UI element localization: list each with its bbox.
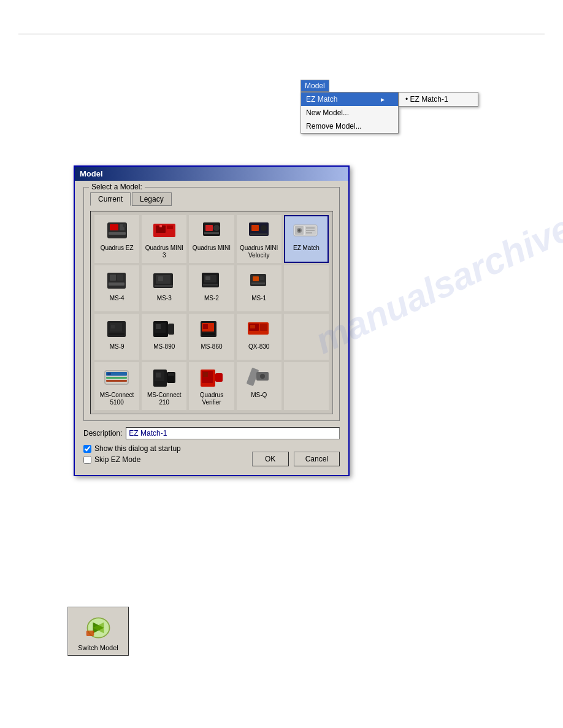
svg-rect-7 — [167, 226, 173, 229]
svg-rect-70 — [215, 373, 223, 382]
ms-860-svg — [198, 319, 225, 341]
model-item-placeholder2 — [284, 314, 329, 360]
model-item-ms-1[interactable]: MS-1 — [237, 265, 282, 311]
model-item-quadrus-ez[interactable]: Quadrus EZ — [94, 215, 139, 263]
menu-item-new-model-label: New Model... — [306, 108, 349, 117]
svg-rect-23 — [306, 230, 315, 231]
quadrus-mini-velocity-svg — [245, 220, 272, 242]
svg-rect-31 — [158, 276, 163, 281]
model-label-ms-2: MS-2 — [204, 295, 219, 302]
svg-rect-12 — [204, 232, 219, 234]
svg-rect-26 — [110, 275, 116, 281]
ms-connect-5100-icon — [102, 366, 132, 390]
ez-match-icon — [291, 219, 321, 243]
menu-item-ez-match-label: EZ Match — [306, 95, 337, 104]
model-item-quadrus-verifier[interactable]: Quadrus Verifier — [189, 362, 234, 410]
svg-rect-44 — [111, 325, 115, 328]
description-input[interactable] — [126, 427, 340, 439]
svg-rect-14 — [251, 225, 259, 231]
ms-4-svg — [104, 270, 131, 292]
show-dialog-checkbox[interactable] — [83, 445, 91, 453]
model-item-ms-q[interactable]: MS-Q — [237, 362, 282, 410]
svg-rect-1 — [110, 224, 118, 230]
dialog-body: Select a Model: Current Legacy — [75, 181, 348, 475]
quadrus-verifier-icon — [197, 366, 226, 390]
model-item-ms-9[interactable]: MS-9 — [94, 314, 139, 360]
skip-ez-label: Skip EZ Mode — [94, 455, 140, 464]
svg-rect-27 — [117, 275, 123, 281]
menu-item-ez-match[interactable]: EZ Match ► — [301, 93, 398, 106]
dropdown-container: EZ Match ► New Model... Remove Model... … — [301, 92, 399, 134]
description-row: Description: — [83, 427, 340, 439]
quadrus-mini-velocity-icon — [244, 219, 274, 243]
ms-1-icon — [244, 269, 274, 294]
ms-4-icon — [102, 269, 132, 294]
model-menu-bar[interactable]: Model — [301, 80, 329, 92]
tab-current[interactable]: Current — [90, 192, 131, 206]
model-item-ms-3[interactable]: MS-3 — [142, 265, 186, 311]
ms-q-icon — [244, 366, 274, 390]
svg-rect-52 — [202, 333, 215, 335]
qx-830-icon — [244, 317, 274, 342]
svg-rect-8 — [159, 225, 162, 227]
menu-item-remove-model-label: Remove Model... — [306, 122, 362, 131]
model-item-quadrus-mini-velocity[interactable]: Quadrus MINI Velocity — [237, 215, 282, 263]
ms-890-svg — [151, 319, 178, 341]
menu-item-new-model[interactable]: New Model... — [301, 106, 398, 119]
model-item-qx-830[interactable]: QX-830 — [237, 314, 282, 360]
model-item-ez-match[interactable]: EZ Match — [284, 215, 329, 263]
skip-ez-row: Skip EZ Mode — [83, 455, 181, 464]
svg-rect-40 — [251, 282, 265, 284]
model-item-ms-connect-210[interactable]: MS-Connect 210 — [142, 362, 186, 410]
switch-model-label: Switch Model — [78, 644, 118, 651]
ms-connect-210-svg — [151, 367, 178, 389]
model-label-qx-830: QX-830 — [248, 343, 269, 351]
quadrus-mini-svg — [198, 220, 225, 242]
svg-rect-16 — [250, 233, 267, 235]
model-label-ez-match: EZ Match — [293, 245, 320, 252]
model-group-box: Select a Model: Current Legacy — [83, 187, 340, 421]
svg-rect-66 — [168, 373, 174, 376]
model-item-ms-connect-5100[interactable]: MS-Connect 5100 — [94, 362, 139, 410]
skip-ez-checkbox[interactable] — [83, 456, 91, 464]
model-item-ms-4[interactable]: MS-4 — [94, 265, 139, 311]
model-label-ms-4: MS-4 — [110, 295, 124, 302]
quadrus-mini-icon — [197, 219, 226, 243]
switch-model-button[interactable]: Switch Model — [67, 607, 129, 656]
model-label-ms-890: MS-890 — [153, 343, 175, 351]
model-item-ms-2[interactable]: MS-2 — [189, 265, 234, 311]
model-item-placeholder3 — [284, 362, 329, 410]
svg-rect-35 — [205, 276, 210, 280]
group-box-legend: Select a Model: — [89, 183, 145, 191]
switch-model-icon — [80, 612, 117, 643]
model-item-placeholder1 — [284, 265, 329, 311]
cancel-button[interactable]: Cancel — [294, 452, 340, 466]
ms-860-icon — [197, 317, 226, 342]
svg-rect-36 — [203, 284, 218, 286]
svg-rect-28 — [109, 282, 124, 286]
model-item-ms-890[interactable]: MS-890 — [142, 314, 186, 360]
ok-button[interactable]: OK — [252, 452, 289, 466]
dialog-buttons: OK Cancel — [252, 452, 340, 466]
svg-rect-38 — [253, 276, 259, 281]
show-dialog-row: Show this dialog at startup — [83, 444, 181, 453]
ms-9-icon — [102, 317, 132, 342]
tab-bar: Current Legacy — [90, 192, 333, 206]
model-item-ms-860[interactable]: MS-860 — [189, 314, 234, 360]
model-label-quadrus-verifier: Quadrus Verifier — [191, 392, 231, 406]
model-label-quadrus-mini-velocity: Quadrus MINI Velocity — [239, 245, 279, 259]
quadrus-verifier-svg — [198, 367, 225, 389]
quadrus-mini-3-icon — [150, 219, 179, 243]
model-item-quadrus-mini[interactable]: Quadrus MINI — [189, 215, 234, 263]
submenu-item-ez-match-1[interactable]: • EZ Match-1 — [399, 93, 478, 106]
svg-point-21 — [298, 229, 301, 232]
tab-legacy[interactable]: Legacy — [132, 192, 172, 206]
model-label-ms-1: MS-1 — [251, 295, 266, 302]
menu-item-remove-model[interactable]: Remove Model... — [301, 119, 398, 133]
model-item-quadrus-mini-3[interactable]: Quadrus MINI 3 — [142, 215, 186, 263]
quadrus-ez-svg — [104, 220, 131, 242]
model-grid: Quadrus EZ Quadrus MINI 3 — [90, 211, 333, 414]
ms-connect-210-icon — [150, 366, 179, 390]
submenu: • EZ Match-1 — [399, 92, 478, 107]
model-label-ms-connect-5100: MS-Connect 5100 — [97, 392, 137, 406]
